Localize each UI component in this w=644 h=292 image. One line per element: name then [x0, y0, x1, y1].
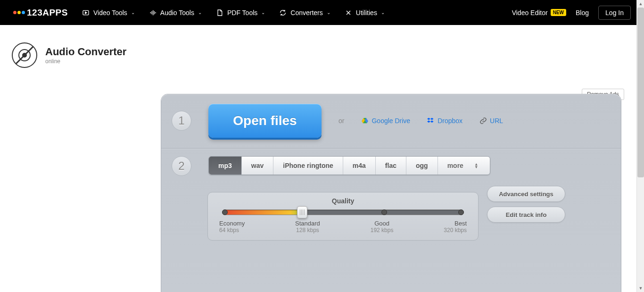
quality-slider[interactable]	[222, 209, 464, 215]
slider-stop-economy[interactable]	[222, 209, 228, 215]
svg-rect-4	[154, 11, 154, 14]
app-header: Audio Converter online	[0, 25, 644, 68]
svg-rect-5	[155, 12, 156, 13]
quality-label-good: Good192 kbps	[371, 220, 394, 234]
nav-video-editor[interactable]: Video Editor NEW	[512, 9, 566, 17]
quality-label-standard: Standard128 kbps	[295, 220, 320, 234]
format-tab-mp3[interactable]: mp3	[209, 157, 242, 175]
format-tab-iphone[interactable]: iPhone ringtone	[273, 157, 343, 175]
audio-icon	[149, 9, 157, 17]
video-icon	[82, 9, 90, 17]
source-google-drive[interactable]: Google Drive	[361, 117, 410, 125]
scroll-thumb[interactable]	[637, 8, 644, 177]
page-title: Audio Converter	[45, 46, 126, 58]
nav-pdf-tools[interactable]: PDF Tools⌄	[216, 9, 265, 17]
nav-converters[interactable]: Converters⌄	[279, 9, 330, 17]
side-buttons: Advanced settings Edit track info	[487, 186, 565, 223]
slider-stop-best[interactable]	[458, 209, 464, 215]
advanced-settings-button[interactable]: Advanced settings	[487, 186, 565, 202]
source-url[interactable]: URL	[479, 117, 503, 125]
edit-track-info-button[interactable]: Edit track info	[487, 207, 565, 223]
nav-utilities[interactable]: Utilities⌄	[345, 9, 385, 17]
svg-rect-2	[151, 11, 152, 14]
scroll-up-icon[interactable]: ▲	[637, 0, 644, 8]
quality-label-economy: Economy64 kbps	[219, 220, 245, 234]
nav-blog[interactable]: Blog	[576, 9, 589, 17]
format-tab-more[interactable]: more ▴▾	[438, 157, 490, 175]
format-tab-ogg[interactable]: ogg	[406, 157, 438, 175]
step-1-number: 1	[172, 111, 191, 131]
step-1: 1 Open files or Google Drive Dropbox URL	[161, 94, 621, 149]
utilities-icon	[345, 9, 352, 17]
audio-converter-icon	[11, 42, 38, 68]
dropbox-icon	[427, 117, 435, 125]
chevron-down-icon: ⌄	[381, 10, 385, 15]
page-subtitle: online	[45, 58, 126, 65]
quality-label-best: Best320 kbps	[444, 220, 467, 234]
svg-rect-3	[153, 10, 153, 15]
format-tab-wav[interactable]: wav	[242, 157, 273, 175]
login-button[interactable]: Log In	[598, 6, 631, 20]
format-tab-m4a[interactable]: m4a	[343, 157, 376, 175]
logo-dots-icon	[13, 11, 25, 14]
nav-left: 123APPS Video Tools⌄ Audio Tools⌄ PDF To…	[13, 8, 385, 18]
slider-stop-good[interactable]	[381, 209, 387, 215]
vertical-scrollbar[interactable]: ▲ ▼	[636, 0, 644, 292]
quality-title: Quality	[219, 197, 467, 205]
quality-panel: Quality Economy64 kbps Standard128 kbps …	[207, 192, 479, 241]
step-2: 2 mp3 wav iPhone ringtone m4a flac ogg m…	[161, 149, 621, 184]
open-files-button[interactable]: Open files	[208, 104, 322, 138]
pdf-icon	[216, 9, 223, 17]
slider-handle[interactable]	[297, 206, 307, 218]
quality-labels: Economy64 kbps Standard128 kbps Good192 …	[219, 220, 467, 234]
nav-right: Video Editor NEW Blog Log In	[512, 6, 631, 20]
format-tabs: mp3 wav iPhone ringtone m4a flac ogg mor…	[208, 156, 490, 175]
svg-rect-1	[150, 12, 150, 13]
chevron-down-icon: ⌄	[261, 10, 265, 15]
chevron-down-icon: ⌄	[198, 10, 202, 15]
new-badge: NEW	[551, 9, 566, 16]
updown-icon: ▴▾	[473, 162, 480, 169]
link-icon	[479, 117, 487, 125]
or-text: or	[339, 117, 344, 125]
nav-audio-tools[interactable]: Audio Tools⌄	[149, 9, 202, 17]
step-2-number: 2	[172, 156, 191, 176]
google-drive-icon	[361, 117, 369, 125]
brand-logo[interactable]: 123APPS	[13, 8, 68, 18]
nav-video-tools[interactable]: Video Tools⌄	[82, 9, 135, 17]
brand-text: 123APPS	[27, 8, 68, 18]
converters-icon	[279, 9, 287, 17]
chevron-down-icon: ⌄	[327, 10, 330, 15]
scroll-down-icon[interactable]: ▼	[637, 284, 644, 292]
top-nav: 123APPS Video Tools⌄ Audio Tools⌄ PDF To…	[0, 0, 644, 25]
chevron-down-icon: ⌄	[131, 10, 135, 15]
format-tab-flac[interactable]: flac	[376, 157, 406, 175]
source-dropbox[interactable]: Dropbox	[427, 117, 462, 125]
